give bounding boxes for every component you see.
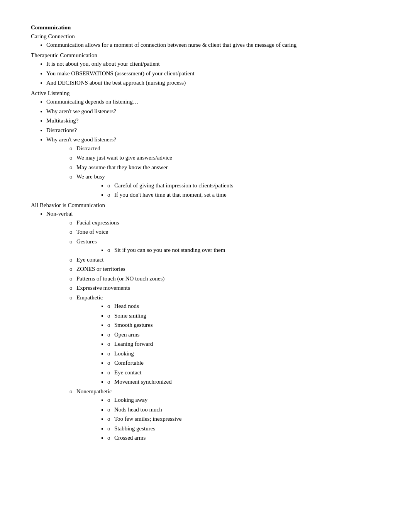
list-item: Careful of giving that impression to cli… [107, 181, 379, 190]
list-item: Open arms [107, 330, 379, 339]
list-item: Looking away [107, 396, 379, 405]
list-item: Facial expressions [69, 218, 379, 227]
caring-connection-title: Caring Connection [31, 33, 75, 39]
list-item: Tone of voice [69, 228, 379, 236]
list-item: Comfortable [107, 359, 379, 367]
list-item: Why aren't we good listeners? [46, 107, 379, 116]
list-item: You make OBSERVATIONS (assessment) of yo… [46, 69, 379, 78]
list-item: Crossed arms [107, 433, 379, 442]
list-item: Communicating depends on listening… [46, 97, 379, 106]
list-item: Movement synchronized [107, 377, 379, 386]
caring-connection-list: Communication allows for a moment of con… [46, 41, 379, 49]
section-all-behavior: All Behavior is Communication Non-verbal… [31, 201, 379, 442]
active-listening-list: Communicating depends on listening… Why … [46, 97, 379, 199]
list-item: Nods head too much [107, 405, 379, 414]
list-item: And DECISIONS about the best approach (n… [46, 78, 379, 87]
reasons-list: Distracted We may just want to give answ… [69, 144, 379, 199]
heading-text: Communication [31, 24, 71, 31]
nonempathetic-list: Looking away Nods head too much Too few … [107, 396, 379, 442]
list-item: Sit if you can so you are not standing o… [107, 246, 379, 255]
list-item: Patterns of touch (or NO touch zones) [69, 274, 379, 283]
active-listening-title: Active Listening [31, 90, 69, 96]
gestures-list: Sit if you can so you are not standing o… [107, 246, 379, 255]
list-item: Eye contact [107, 368, 379, 377]
nonverbal-list: Facial expressions Tone of voice Gesture… [69, 218, 379, 442]
list-item: Stabbing gestures [107, 424, 379, 433]
list-item: Multitasking? [46, 116, 379, 125]
list-item-nonverbal: Non-verbal Facial expressions Tone of vo… [46, 209, 379, 442]
list-item: Too few smiles; inexpressive [107, 415, 379, 423]
list-item: May assume that they know the answer [69, 163, 379, 172]
main-heading: Communication [31, 23, 379, 32]
list-item-empathetic: Empathetic Head nods Some smiling Smooth… [69, 293, 379, 386]
list-item: If you don't have time at that moment, s… [107, 190, 379, 199]
list-item: We are busy Careful of giving that impre… [69, 172, 379, 199]
list-item: Smooth gestures [107, 321, 379, 330]
list-item-nonempathetic: Nonempathetic Looking away Nods head too… [69, 387, 379, 442]
all-behavior-title: All Behavior is Communication [31, 202, 105, 208]
all-behavior-list: Non-verbal Facial expressions Tone of vo… [46, 209, 379, 442]
list-item: Distractions? [46, 126, 379, 135]
list-item: Gestures Sit if you can so you are not s… [69, 237, 379, 255]
list-item: Expressive movements [69, 284, 379, 292]
list-item: Head nods [107, 302, 379, 311]
list-item: Eye contact [69, 255, 379, 264]
list-item: Some smiling [107, 311, 379, 320]
list-item: We may just want to give answers/advice [69, 153, 379, 162]
list-item: Distracted [69, 144, 379, 153]
section-therapeutic: Therapeutic Communication It is not abou… [31, 51, 379, 87]
therapeutic-list: It is not about you, only about your cli… [46, 59, 379, 87]
list-item: It is not about you, only about your cli… [46, 59, 379, 68]
list-item: Looking [107, 349, 379, 358]
list-item: Communication allows for a moment of con… [46, 41, 379, 49]
section-active-listening: Active Listening Communicating depends o… [31, 89, 379, 199]
busy-list: Careful of giving that impression to cli… [107, 181, 379, 199]
therapeutic-title: Therapeutic Communication [31, 52, 97, 58]
page-content: Communication Caring Connection Communic… [31, 23, 379, 442]
section-caring-connection: Caring Connection Communication allows f… [31, 32, 379, 49]
list-item: ZONES or territories [69, 265, 379, 274]
list-item: Leaning forward [107, 340, 379, 348]
empathetic-list: Head nods Some smiling Smooth gestures O… [107, 302, 379, 386]
list-item: Why aren't we good listeners? Distracted… [46, 135, 379, 199]
